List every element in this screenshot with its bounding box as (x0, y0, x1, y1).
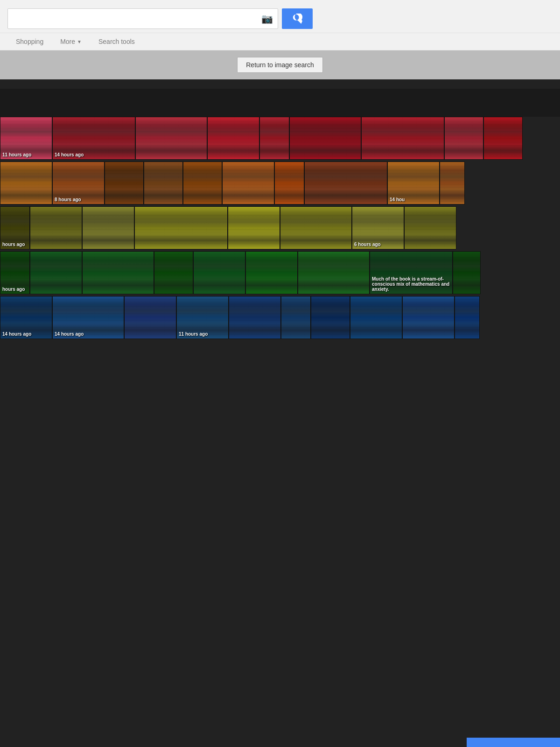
return-to-image-search-button[interactable]: Return to image search (237, 57, 323, 73)
image-tile[interactable] (222, 162, 274, 204)
image-row-4: hours agoMuch of the book is a stream-of… (0, 251, 560, 294)
camera-icon[interactable]: 📷 (261, 13, 273, 24)
tile-timestamp: 14 hours ago (55, 331, 84, 337)
tile-timestamp: hours ago (2, 287, 25, 292)
search-icon (292, 14, 302, 24)
image-tile[interactable] (228, 206, 280, 249)
image-tile[interactable] (361, 117, 444, 160)
tile-timestamp: 8 hours ago (55, 197, 81, 202)
image-tile[interactable] (144, 162, 183, 204)
image-tile[interactable] (350, 296, 402, 339)
tile-timestamp: 14 hou (390, 197, 405, 202)
image-tile[interactable] (82, 206, 134, 249)
nav-item-more[interactable]: More ▼ (52, 33, 90, 50)
image-tile[interactable] (280, 206, 352, 249)
image-tile[interactable] (207, 117, 259, 160)
image-tile[interactable]: 6 hours ago (352, 206, 404, 249)
search-bar-row: 📷 (0, 5, 560, 33)
image-tile[interactable] (259, 117, 289, 160)
image-tile[interactable] (402, 296, 455, 339)
image-tile[interactable]: hours ago (0, 251, 30, 294)
image-tile[interactable] (455, 296, 480, 339)
tile-timestamp: Much of the book is a stream-of-consciou… (372, 276, 452, 292)
image-tile[interactable] (135, 117, 207, 160)
image-tile[interactable] (404, 206, 456, 249)
image-grid: 11 hours ago14 hours ago8 hours ago14 ho… (0, 117, 560, 341)
image-tile[interactable] (229, 296, 281, 339)
tile-timestamp: 6 hours ago (354, 242, 381, 247)
tile-timestamp: 11 hours ago (179, 331, 208, 337)
header: 📷 Shopping More ▼ Search tools (0, 0, 560, 50)
more-chevron-icon: ▼ (77, 39, 82, 44)
image-tile[interactable] (124, 296, 176, 339)
image-tile[interactable] (444, 117, 483, 160)
nav-row: Shopping More ▼ Search tools (0, 33, 560, 50)
image-tile[interactable] (0, 162, 52, 204)
image-tile[interactable]: Much of the book is a stream-of-consciou… (370, 251, 453, 294)
image-tile[interactable] (298, 251, 370, 294)
image-row-3: hours ago6 hours ago (0, 206, 560, 249)
image-tile[interactable]: 11 hours ago (0, 117, 52, 160)
image-tile[interactable] (193, 251, 245, 294)
image-row-2: 8 hours ago14 hou (0, 162, 560, 204)
return-banner: Return to image search (0, 50, 560, 79)
image-tile[interactable]: hours ago (0, 206, 30, 249)
image-tile[interactable] (281, 296, 311, 339)
bottom-spacer (0, 341, 560, 621)
tile-timestamp: 11 hours ago (2, 152, 31, 157)
image-tile[interactable] (453, 251, 481, 294)
nav-item-search-tools[interactable]: Search tools (90, 33, 143, 50)
tile-timestamp: 14 hours ago (2, 331, 31, 337)
image-tile[interactable] (274, 162, 304, 204)
image-tile[interactable]: 11 hours ago (176, 296, 229, 339)
image-tile[interactable] (289, 117, 361, 160)
image-tile[interactable]: 14 hours ago (0, 296, 52, 339)
image-tile[interactable] (440, 162, 465, 204)
image-tile[interactable] (30, 251, 82, 294)
bottom-progress-bar (467, 738, 560, 747)
image-tile[interactable] (105, 162, 144, 204)
search-input[interactable] (13, 14, 258, 23)
image-tile[interactable] (483, 117, 523, 160)
image-tile[interactable] (311, 296, 350, 339)
image-tile[interactable]: 14 hours ago (52, 117, 135, 160)
top-spacer (0, 89, 560, 117)
dark-content-area: 11 hours ago14 hours ago8 hours ago14 ho… (0, 79, 560, 640)
image-tile[interactable] (30, 206, 82, 249)
nav-item-shopping[interactable]: Shopping (7, 33, 52, 50)
image-tile[interactable] (183, 162, 222, 204)
image-tile[interactable]: 14 hours ago (52, 296, 124, 339)
tile-timestamp: hours ago (2, 242, 25, 247)
image-tile[interactable] (245, 251, 298, 294)
image-tile[interactable] (304, 162, 387, 204)
image-tile[interactable]: 8 hours ago (52, 162, 105, 204)
search-input-wrap: 📷 (7, 8, 278, 29)
image-tile[interactable]: 14 hou (387, 162, 440, 204)
image-tile[interactable] (134, 206, 228, 249)
image-tile[interactable] (82, 251, 154, 294)
search-button[interactable] (282, 8, 313, 29)
tile-timestamp: 14 hours ago (55, 152, 84, 157)
image-row-1: 11 hours ago14 hours ago (0, 117, 560, 160)
image-tile[interactable] (154, 251, 193, 294)
image-row-5: 14 hours ago14 hours ago11 hours ago (0, 296, 560, 339)
